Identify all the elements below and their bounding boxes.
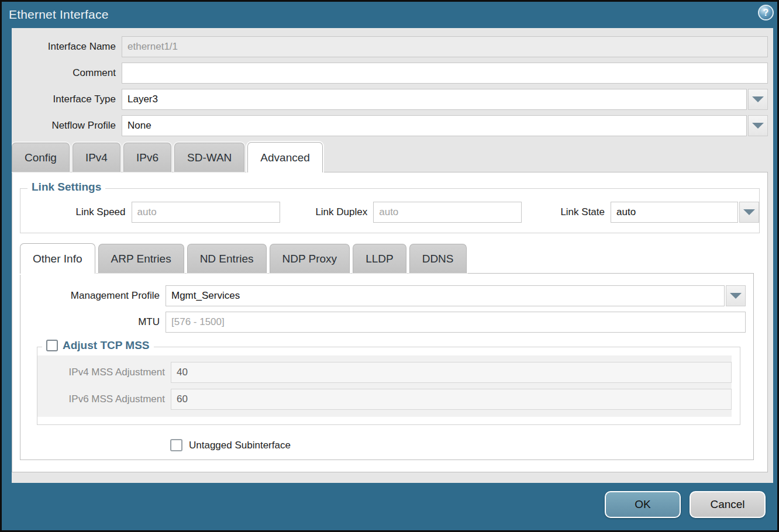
management-profile-label: Management Profile	[26, 290, 166, 302]
netflow-profile-dropdown-button[interactable]	[748, 115, 768, 136]
interface-name-row: Interface Name	[12, 36, 768, 57]
management-profile-value[interactable]: Mgmt_Services	[166, 285, 725, 306]
tab-advanced[interactable]: Advanced	[247, 142, 323, 172]
link-settings-fieldset: Link Settings Link Speed Link Duplex Lin…	[20, 188, 760, 233]
adjust-tcp-mss-legend: Adjust TCP MSS	[42, 339, 154, 352]
untagged-subinterface-label: Untagged Subinterface	[189, 440, 291, 451]
untagged-subinterface-row: Untagged Subinterface	[170, 439, 747, 451]
link-settings-row: Link Speed Link Duplex Link State auto	[20, 189, 759, 223]
adjust-tcp-mss-legend-text: Adjust TCP MSS	[63, 339, 150, 352]
link-state-dropdown-button[interactable]	[739, 202, 759, 223]
ipv4-mss-input	[171, 362, 732, 383]
chevron-down-icon	[752, 123, 764, 129]
sub-tab-strip: Other Info ARP Entries ND Entries NDP Pr…	[20, 243, 761, 273]
ipv6-mss-label: IPv6 MSS Adjustment	[37, 393, 171, 405]
link-speed-input[interactable]	[132, 202, 280, 223]
link-speed-label: Link Speed	[56, 206, 132, 218]
management-profile-dropdown[interactable]: Mgmt_Services	[166, 285, 746, 306]
main-tab-strip: Config IPv4 IPv6 SD-WAN Advanced	[12, 142, 773, 172]
interface-name-label: Interface Name	[12, 41, 122, 53]
comment-field[interactable]	[122, 63, 768, 84]
help-icon[interactable]: ?	[758, 5, 774, 20]
tab-ndp-proxy[interactable]: NDP Proxy	[270, 244, 350, 273]
cancel-button[interactable]: Cancel	[690, 491, 766, 518]
mss-disabled-group: IPv4 MSS Adjustment IPv6 MSS Adjustment	[37, 355, 732, 417]
tab-sdwan[interactable]: SD-WAN	[174, 143, 244, 172]
ethernet-interface-dialog: Ethernet Interface ? Interface Name Comm…	[0, 0, 779, 532]
other-info-panel: Management Profile Mgmt_Services MTU	[20, 273, 754, 460]
netflow-profile-dropdown[interactable]: None	[122, 115, 768, 136]
netflow-profile-label: Netflow Profile	[12, 120, 122, 132]
link-state-dropdown[interactable]: auto	[611, 202, 759, 223]
management-profile-row: Management Profile Mgmt_Services	[26, 285, 746, 306]
tab-ipv6[interactable]: IPv6	[123, 143, 171, 172]
netflow-profile-value[interactable]: None	[122, 115, 747, 136]
ipv4-mss-label: IPv4 MSS Adjustment	[37, 367, 171, 378]
tab-nd-entries[interactable]: ND Entries	[187, 244, 267, 273]
interface-type-value[interactable]: Layer3	[122, 89, 747, 110]
interface-type-dropdown-button[interactable]	[748, 89, 768, 110]
ipv4-mss-row: IPv4 MSS Adjustment	[37, 362, 732, 383]
chevron-down-icon	[743, 209, 755, 215]
interface-type-label: Interface Type	[12, 94, 122, 105]
adjust-tcp-mss-checkbox[interactable]	[46, 340, 58, 351]
mtu-label: MTU	[26, 316, 166, 328]
interface-type-dropdown[interactable]: Layer3	[122, 89, 768, 110]
ipv6-mss-row: IPv6 MSS Adjustment	[37, 389, 732, 410]
mtu-row: MTU	[26, 312, 746, 333]
chevron-down-icon	[730, 293, 742, 299]
tab-lldp[interactable]: LLDP	[353, 244, 406, 273]
tab-other-info[interactable]: Other Info	[20, 243, 95, 274]
dialog-footer: OK Cancel	[2, 483, 777, 530]
chevron-down-icon	[752, 96, 764, 102]
tab-arp-entries[interactable]: ARP Entries	[98, 244, 184, 273]
link-duplex-label: Link Duplex	[306, 206, 374, 218]
management-profile-dropdown-button[interactable]	[726, 285, 746, 306]
link-state-label: Link State	[557, 206, 611, 218]
ok-button[interactable]: OK	[605, 491, 681, 518]
comment-row: Comment	[12, 63, 768, 84]
netflow-profile-row: Netflow Profile None	[12, 115, 768, 136]
tab-ipv4[interactable]: IPv4	[73, 143, 120, 172]
untagged-subinterface-checkbox[interactable]	[170, 439, 182, 451]
dialog-titlebar: Ethernet Interface ?	[2, 2, 777, 28]
adjust-tcp-mss-fieldset: Adjust TCP MSS IPv4 MSS Adjustment IPv6 …	[37, 347, 740, 425]
link-duplex-input[interactable]	[373, 202, 522, 223]
dialog-title: Ethernet Interface	[2, 2, 777, 22]
link-settings-legend: Link Settings	[27, 181, 105, 194]
dialog-content: Interface Name Comment Interface Type La…	[12, 28, 773, 483]
link-state-value[interactable]: auto	[611, 202, 738, 223]
comment-label: Comment	[12, 67, 122, 79]
ipv6-mss-input	[171, 389, 732, 410]
mtu-input[interactable]	[166, 312, 746, 333]
tab-ddns[interactable]: DDNS	[409, 244, 467, 273]
advanced-tab-panel: Link Settings Link Speed Link Duplex Lin…	[12, 172, 768, 472]
tab-config[interactable]: Config	[12, 143, 70, 172]
interface-name-field	[122, 36, 768, 57]
interface-type-row: Interface Type Layer3	[12, 89, 768, 110]
